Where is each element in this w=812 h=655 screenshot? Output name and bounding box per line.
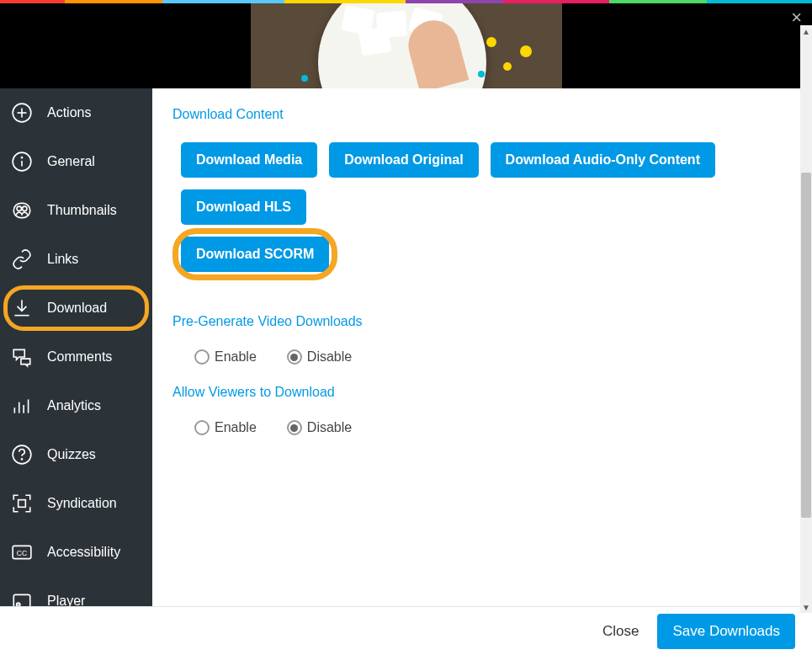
sidebar-item-actions[interactable]: Actions [0,88,152,137]
sidebar-item-label: Quizzes [47,447,96,462]
save-downloads-button[interactable]: Save Downloads [657,614,795,649]
main-content: Download Content Download Media Download… [152,88,812,606]
allow-enable-radio[interactable]: Enable [194,420,257,435]
sidebar-item-label: Comments [47,349,112,365]
outer-scrollbar[interactable]: ▲ ▼ [800,88,812,606]
radio-label: Disable [307,349,352,365]
radio-icon [287,349,302,365]
link-icon [10,248,34,271]
cc-icon: CC [10,541,34,564]
sidebar-item-player[interactable]: Player [0,577,152,606]
download-hls-button[interactable]: Download HLS [181,189,306,225]
plus-circle-icon [10,101,34,125]
sidebar-item-links[interactable]: Links [0,235,152,284]
sidebar-item-label: Player [47,594,85,606]
radio-label: Disable [307,420,352,435]
video-thumbnail [251,3,562,88]
sidebar-item-label: Actions [47,105,91,120]
download-icon [10,296,34,320]
sidebar-item-accessibility[interactable]: CC Accessibility [0,528,152,577]
radio-icon [194,420,210,435]
sidebar-item-label: Links [47,252,78,267]
pregenerate-radio-group: Enable Disable [172,349,792,365]
svg-point-14 [21,459,22,460]
sidebar-item-download[interactable]: Download [0,284,152,333]
svg-text:CC: CC [17,549,28,557]
download-original-button[interactable]: Download Original [329,142,478,178]
download-content-title: Download Content [172,107,792,122]
sidebar: Actions General Thumbnails Links [0,88,152,606]
player-icon [10,589,34,606]
pregenerate-title: Pre-Generate Video Downloads [172,314,792,329]
sidebar-item-analytics[interactable]: Analytics [0,381,152,430]
sidebar-item-comments[interactable]: Comments [0,333,152,381]
allow-viewers-radio-group: Enable Disable [172,420,792,435]
comments-icon [10,345,34,369]
allow-viewers-title: Allow Viewers to Download [172,385,792,400]
close-button[interactable]: Close [602,623,639,640]
sidebar-item-label: General [47,154,95,169]
download-audio-button[interactable]: Download Audio-Only Content [491,142,715,178]
radio-label: Enable [215,420,257,435]
close-icon[interactable]: × [791,7,802,29]
question-circle-icon [10,443,34,466]
radio-label: Enable [215,349,257,365]
sidebar-item-syndication[interactable]: Syndication [0,479,152,528]
download-scorm-button[interactable]: Download SCORM [181,237,329,272]
allow-disable-radio[interactable]: Disable [287,420,352,435]
video-preview-header [0,3,812,88]
svg-point-8 [23,206,27,210]
svg-rect-6 [13,203,30,217]
sidebar-item-general[interactable]: General [0,137,152,186]
radio-icon [194,349,210,365]
svg-point-7 [17,206,21,210]
pregenerate-enable-radio[interactable]: Enable [194,349,257,365]
scrollbar-thumb[interactable] [801,173,811,518]
sidebar-item-label: Download [47,301,107,316]
fullscreen-icon [10,492,34,515]
user-group-icon [10,199,34,222]
modal-footer: Close Save Downloads [0,606,812,655]
scroll-down-arrow-icon[interactable]: ▼ [800,601,812,606]
sidebar-item-label: Accessibility [47,545,120,560]
download-media-button[interactable]: Download Media [181,142,317,178]
download-buttons: Download Media Download Original Downloa… [172,142,792,272]
sidebar-item-label: Analytics [47,398,101,413]
info-circle-icon [10,150,34,173]
sidebar-item-label: Thumbnails [47,203,117,218]
radio-icon [287,420,302,435]
bar-chart-icon [10,394,34,418]
sidebar-item-label: Syndication [47,496,117,511]
sidebar-item-thumbnails[interactable]: Thumbnails [0,186,152,235]
svg-point-5 [21,157,22,158]
sidebar-item-quizzes[interactable]: Quizzes [0,430,152,479]
pregenerate-disable-radio[interactable]: Disable [287,349,352,365]
svg-rect-15 [19,500,26,508]
